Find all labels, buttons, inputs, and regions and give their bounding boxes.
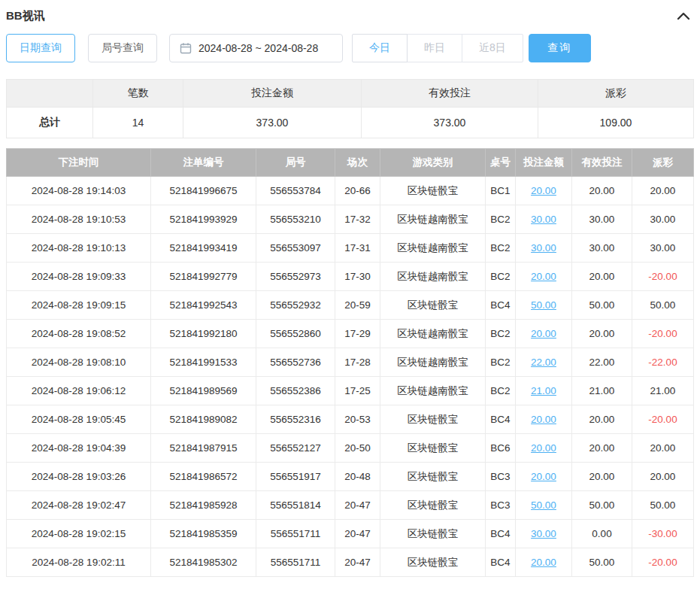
date-range-picker[interactable]: 2024-08-28 ~ 2024-08-28 [169,34,343,62]
summary-total-row: 总计 14 373.00 373.00 109.00 [7,108,694,138]
cell-payout: 50.00 [632,491,694,520]
cell-bet-id: 521841996675 [151,177,256,205]
cell-game: 区块链越南骰宝 [380,348,486,377]
cell-session: 17-29 [335,320,380,348]
table-row: 2024-08-28 19:03:26521841986572556551917… [7,463,694,491]
cell-table-no: BC4 [486,520,516,548]
cell-round-id: 556553784 [256,177,335,205]
quick-last8days-button[interactable]: 近8日 [462,34,523,62]
round-query-tab[interactable]: 局号查询 [88,34,157,62]
cell-time: 2024-08-28 19:14:03 [7,177,151,205]
cell-round-id: 556552973 [256,263,335,291]
cell-bet: 30.00 [516,520,572,548]
cell-payout: 20.00 [632,177,694,205]
cell-round-id: 556552386 [256,377,335,405]
cell-valid: 20.00 [572,177,632,205]
summary-header-empty [7,80,93,108]
cell-payout: 20.00 [632,463,694,491]
cell-round-id: 556553210 [256,205,335,234]
bet-amount-link[interactable]: 22.00 [531,357,556,368]
collapse-chevron-up-icon[interactable] [674,10,693,22]
cell-valid: 30.00 [572,205,632,234]
cell-payout: 30.00 [632,205,694,234]
bet-amount-link[interactable]: 20.00 [531,414,556,425]
cell-payout: -30.00 [632,520,694,548]
search-button[interactable]: 查询 [529,34,591,62]
cell-valid: 0.00 [572,520,632,548]
cell-table-no: BC6 [486,434,516,463]
quick-date-group: 今日 昨日 近8日 [352,34,523,62]
cell-game: 区块链越南骰宝 [380,377,486,405]
cell-table-no: BC3 [486,463,516,491]
cell-bet-id: 521841985359 [151,520,256,548]
cell-bet: 20.00 [516,320,572,348]
cell-valid: 20.00 [572,434,632,463]
column-header-time: 下注时间 [7,149,151,177]
table-row: 2024-08-28 19:10:53521841993929556553210… [7,205,694,234]
cell-bet: 20.00 [516,434,572,463]
table-row: 2024-08-28 19:09:33521841992779556552973… [7,263,694,291]
cell-valid: 21.00 [572,377,632,405]
bet-amount-link[interactable]: 20.00 [531,442,556,454]
date-range-value: 2024-08-28 ~ 2024-08-28 [198,42,318,54]
quick-today-button[interactable]: 今日 [352,34,408,62]
cell-bet: 22.00 [516,348,572,377]
cell-session: 17-25 [335,377,380,405]
cell-game: 区块链越南骰宝 [380,320,486,348]
bet-amount-link[interactable]: 20.00 [531,271,556,282]
bet-table-body: 2024-08-28 19:14:03521841996675556553784… [7,177,694,577]
bet-amount-link[interactable]: 30.00 [531,528,556,539]
cell-time: 2024-08-28 19:10:53 [7,205,151,234]
bet-amount-link[interactable]: 21.00 [531,385,556,396]
bet-records-table: 下注时间 注单编号 局号 场次 游戏类别 桌号 投注金额 有效投注 派彩 202… [6,148,694,577]
panel-header: BB视讯 [6,5,693,27]
cell-game: 区块链骰宝 [380,491,486,520]
cell-game: 区块链骰宝 [380,463,486,491]
bet-amount-link[interactable]: 50.00 [531,299,556,311]
bet-amount-link[interactable]: 20.00 [531,557,556,568]
column-header-round-id: 局号 [256,149,335,177]
table-row: 2024-08-28 19:10:13521841993419556553097… [7,234,694,263]
cell-bet-id: 521841985928 [151,491,256,520]
table-row: 2024-08-28 19:02:11521841985302556551711… [7,548,694,577]
cell-bet: 20.00 [516,463,572,491]
table-row: 2024-08-28 19:08:52521841992180556552860… [7,320,694,348]
cell-table-no: BC2 [486,234,516,263]
cell-table-no: BC2 [486,205,516,234]
cell-table-no: BC2 [486,377,516,405]
cell-game: 区块链越南骰宝 [380,234,486,263]
cell-valid: 22.00 [572,348,632,377]
cell-bet-id: 521841989569 [151,377,256,405]
cell-bet: 20.00 [516,405,572,434]
cell-session: 20-53 [335,405,380,434]
cell-round-id: 556552860 [256,320,335,348]
summary-table: 笔数 投注金额 有效投注 派彩 总计 14 373.00 373.00 109.… [6,79,694,138]
cell-valid: 50.00 [572,548,632,577]
quick-yesterday-button[interactable]: 昨日 [407,34,462,62]
cell-game: 区块链越南骰宝 [380,263,486,291]
table-row: 2024-08-28 19:09:15521841992543556552932… [7,291,694,320]
column-header-session: 场次 [335,149,380,177]
cell-table-no: BC4 [486,548,516,577]
bet-amount-link[interactable]: 50.00 [531,499,556,511]
bet-amount-link[interactable]: 20.00 [531,328,556,339]
cell-valid: 20.00 [572,320,632,348]
summary-total-payout: 109.00 [538,108,694,138]
cell-session: 20-47 [335,491,380,520]
cell-table-no: BC4 [486,405,516,434]
bet-amount-link[interactable]: 20.00 [531,185,556,196]
cell-bet-id: 521841987915 [151,434,256,463]
cell-valid: 20.00 [572,463,632,491]
bet-amount-link[interactable]: 30.00 [531,242,556,253]
cell-session: 17-32 [335,205,380,234]
date-query-tab[interactable]: 日期查询 [6,34,75,62]
cell-time: 2024-08-28 19:05:45 [7,405,151,434]
cell-bet-id: 521841985302 [151,548,256,577]
cell-time: 2024-08-28 19:10:13 [7,234,151,263]
page-title: BB视讯 [6,9,45,23]
bet-amount-link[interactable]: 30.00 [531,214,556,225]
bet-amount-link[interactable]: 20.00 [531,471,556,482]
cell-bet: 20.00 [516,548,572,577]
cell-round-id: 556552736 [256,348,335,377]
cell-bet-id: 521841992779 [151,263,256,291]
